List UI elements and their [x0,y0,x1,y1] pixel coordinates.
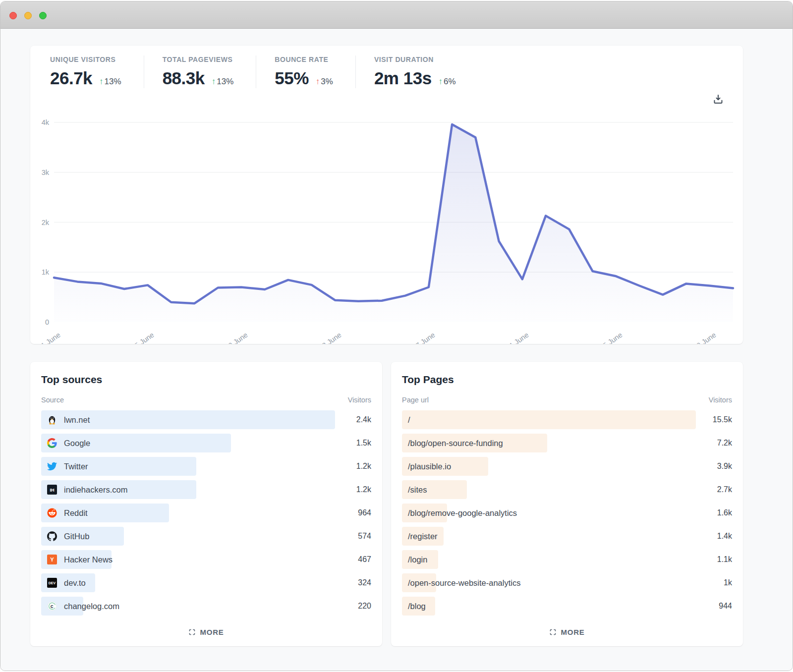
page-row[interactable]: /15.5k [402,410,732,429]
stat-change: 13% [217,77,233,86]
lwn-favicon-icon [47,415,57,425]
page-url-column-header: Page url [402,396,429,404]
hackernews-favicon-icon: Y [47,555,57,564]
svg-text:c: c [51,604,54,609]
source-row[interactable]: DEVdev.to324 [41,573,371,592]
row-visitors-value: 1k [724,573,732,592]
stat-label: BOUNCE RATE [275,56,333,63]
top-sources-card: Top sources Source Visitors lwn.net2.4kG… [30,362,382,646]
stat-value: 55% [275,68,309,88]
visitors-area-chart[interactable]: 01k2k3k4k1 June5 June9 June13 June17 Jun… [30,46,743,344]
row-label: /login [408,555,427,564]
row-visitors-value: 2.4k [356,410,371,429]
page-row[interactable]: /login1.1k [402,550,732,569]
stat-value: 26.7k [50,68,92,88]
page-row[interactable]: /plausible.io3.9k [402,457,732,476]
x-axis-tick-label: 21 June [505,331,530,344]
up-arrow-icon: ↑ [316,77,320,86]
row-visitors-value: 1.1k [717,550,732,569]
indiehackers-favicon-icon: IH [47,485,57,495]
row-label: GitHub [64,532,89,541]
top-stats-row: UNIQUE VISITORS 26.7k ↑13% TOTAL PAGEVIE… [50,56,478,88]
row-visitors-value: 2.7k [717,480,732,499]
row-visitors-value: 467 [358,550,371,569]
row-label: Twitter [64,462,88,471]
row-visitors-value: 1.5k [356,434,371,452]
y-axis-tick-label: 4k [42,118,50,126]
up-arrow-icon: ↑ [99,77,104,86]
page-row[interactable]: /blog/open-source-funding7.2k [402,434,732,452]
x-axis-tick-label: 1 June [40,331,62,344]
row-label: lwn.net [64,415,90,425]
x-axis-tick-label: 29 June [692,331,717,344]
row-visitors-value: 3.9k [717,457,732,476]
stat-change: 6% [444,77,456,86]
row-visitors-value: 220 [358,597,371,616]
stat-change: 3% [321,77,333,86]
row-visitors-value: 1.2k [356,480,371,499]
visitors-line [54,124,733,303]
stat-visit-duration: VISIT DURATION 2m 13s ↑6% [355,56,478,88]
sources-more-button[interactable]: MORE [176,628,236,636]
minimize-window-button[interactable] [24,12,32,19]
row-visitors-value: 1.6k [717,504,732,522]
top-sources-title: Top sources [41,374,371,386]
up-arrow-icon: ↑ [439,77,443,86]
svg-text:DEV: DEV [49,581,56,585]
source-column-header: Source [41,396,64,404]
stat-change: 13% [105,77,121,86]
stat-label: UNIQUE VISITORS [50,56,121,63]
row-label: dev.to [64,578,86,588]
row-visitors-value: 7.2k [717,434,732,452]
row-label: /open-source-website-analytics [408,578,520,588]
source-row[interactable]: GitHub574 [41,527,371,546]
top-pages-list: /15.5k/blog/open-source-funding7.2k/plau… [402,410,732,616]
visitors-column-header: Visitors [709,396,732,404]
row-visitors-value: 944 [719,597,732,616]
twitter-favicon-icon [47,461,57,471]
y-axis-tick-label: 3k [42,168,50,176]
close-window-button[interactable] [9,12,17,19]
y-axis-tick-label: 1k [42,268,50,276]
page-row[interactable]: /blog/remove-google-analytics1.6k [402,504,732,522]
visitors-column-header: Visitors [348,396,371,404]
row-visitors-value: 574 [358,527,371,546]
zoom-window-button[interactable] [39,12,47,19]
top-pages-card: Top Pages Page url Visitors /15.5k/blog/… [391,362,743,646]
source-row[interactable]: Google1.5k [41,434,371,452]
stat-total-pageviews: TOTAL PAGEVIEWS 88.3k ↑13% [144,56,256,88]
pages-more-button[interactable]: MORE [537,628,597,636]
row-label: / [408,415,410,425]
x-axis-tick-label: 13 June [317,331,342,344]
stat-value: 88.3k [163,68,205,88]
y-axis-tick-label: 2k [42,219,50,226]
top-pages-title: Top Pages [402,374,732,386]
source-row[interactable]: Reddit964 [41,504,371,522]
source-row[interactable]: cchangelog.com220 [41,597,371,616]
visitors-chart-card: UNIQUE VISITORS 26.7k ↑13% TOTAL PAGEVIE… [30,46,743,344]
row-label: /sites [408,485,427,495]
page-row[interactable]: /open-source-website-analytics1k [402,573,732,592]
download-export-icon[interactable] [712,93,724,105]
page-row[interactable]: /blog944 [402,597,732,616]
source-row[interactable]: YHacker News467 [41,550,371,569]
row-visitors-value: 1.2k [356,457,371,476]
y-axis-tick-label: 0 [45,318,49,326]
google-favicon-icon [47,438,57,448]
changelog-favicon-icon: c [47,601,57,611]
expand-icon [188,628,196,636]
more-label: MORE [561,628,584,636]
page-row[interactable]: /register1.4k [402,527,732,546]
dashboard-page: UNIQUE VISITORS 26.7k ↑13% TOTAL PAGEVIE… [0,29,793,671]
browser-window: UNIQUE VISITORS 26.7k ↑13% TOTAL PAGEVIE… [0,1,793,671]
source-row[interactable]: IHindiehackers.com1.2k [41,480,371,499]
stat-label: VISIT DURATION [374,56,456,63]
source-row[interactable]: Twitter1.2k [41,457,371,476]
reddit-favicon-icon [47,508,57,518]
page-row[interactable]: /sites2.7k [402,480,732,499]
svg-text:Y: Y [50,557,54,562]
top-sources-list: lwn.net2.4kGoogle1.5kTwitter1.2kIHindieh… [41,410,371,616]
stat-label: TOTAL PAGEVIEWS [163,56,234,63]
source-row[interactable]: lwn.net2.4k [41,410,371,429]
expand-icon [549,628,557,636]
